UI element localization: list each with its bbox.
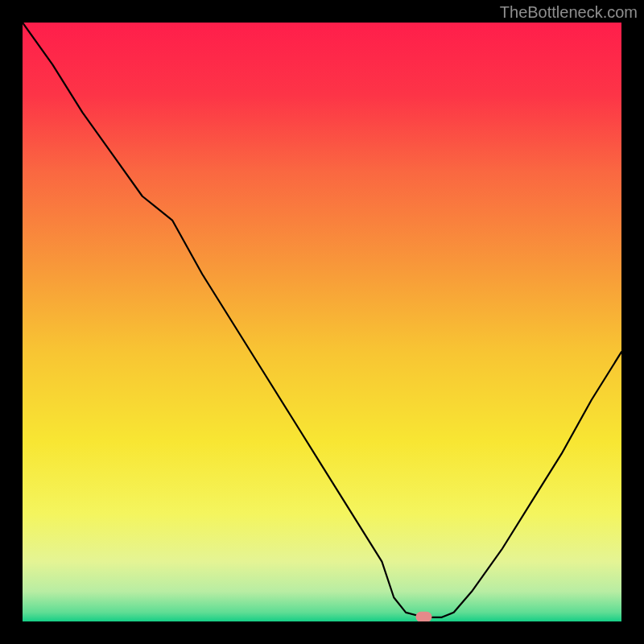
watermark-text: TheBottleneck.com bbox=[500, 3, 638, 22]
plot-area bbox=[23, 23, 621, 621]
optimum-marker bbox=[415, 612, 431, 621]
chart-container: TheBottleneck.com bbox=[0, 0, 644, 644]
svg-rect-0 bbox=[23, 23, 621, 621]
bottleneck-chart bbox=[23, 23, 621, 621]
